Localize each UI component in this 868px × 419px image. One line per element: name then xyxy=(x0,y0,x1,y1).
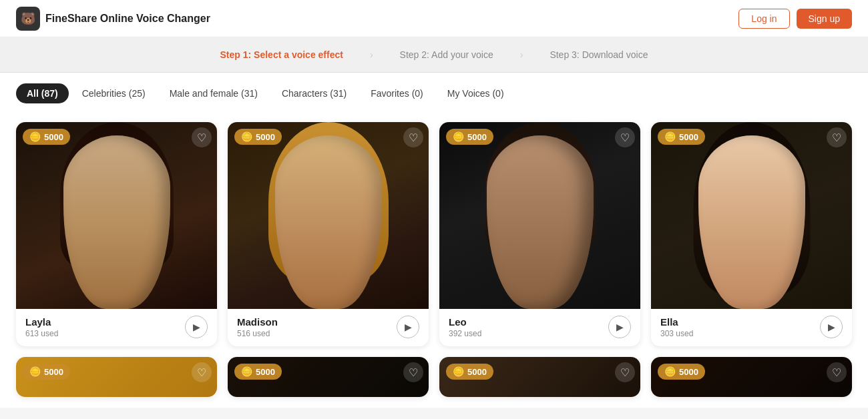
partial-img-3: 🪙 5000 ♡ xyxy=(439,357,640,397)
coin-badge-ella: 🪙 5000 xyxy=(658,129,705,145)
favorite-button-leo[interactable]: ♡ xyxy=(615,127,635,147)
card-image-madison: 🪙 5000 ♡ xyxy=(228,122,429,309)
face-layla xyxy=(63,135,170,309)
partial-card-3: 🪙 5000 ♡ xyxy=(439,357,640,397)
steps-bar: Step 1: Select a voice effect › Step 2: … xyxy=(0,37,868,73)
step-3[interactable]: Step 3: Download voice xyxy=(550,49,648,60)
coin-badge-p2: 🪙 5000 xyxy=(234,364,282,380)
step-divider-1: › xyxy=(370,49,373,60)
play-button-leo[interactable]: ▶ xyxy=(608,316,631,338)
signup-button[interactable]: Sign up xyxy=(797,9,852,29)
logo-area: 🐻 FineShare Online Voice Changer xyxy=(16,7,210,31)
card-name-leo: Leo xyxy=(449,316,481,328)
play-button-ella[interactable]: ▶ xyxy=(820,316,843,338)
face-ella xyxy=(698,135,805,309)
card-info-ella: Ella 303 used ▶ xyxy=(651,309,852,346)
card-name-ella: Ella xyxy=(660,316,693,328)
coin-badge-madison: 🪙 5000 xyxy=(234,129,282,145)
logo-icon: 🐻 xyxy=(16,7,40,31)
coin-icon: 🪙 xyxy=(29,131,41,142)
card-image-leo: 🪙 5000 ♡ xyxy=(439,122,640,309)
voice-cards-grid: 🪙 5000 ♡ Layla 613 used ▶ 🪙 5000 ♡ M xyxy=(0,111,868,357)
card-used-madison: 516 used xyxy=(237,329,278,338)
card-info-leo: Leo 392 used ▶ xyxy=(439,309,640,346)
partial-card-1: 🪙 5000 ♡ xyxy=(16,357,217,397)
favorite-button-p4[interactable]: ♡ xyxy=(827,362,847,382)
tab-favorites[interactable]: Favorites (0) xyxy=(360,83,434,103)
card-text-madison: Madison 516 used xyxy=(237,316,278,338)
coin-badge-layla: 🪙 5000 xyxy=(23,129,70,145)
step-divider-2: › xyxy=(520,49,523,60)
face-leo xyxy=(487,135,594,309)
coin-badge-p3: 🪙 5000 xyxy=(446,364,493,380)
coin-icon: 🪙 xyxy=(453,131,464,142)
coin-badge-leo: 🪙 5000 xyxy=(446,129,493,145)
partial-img-2: 🪙 5000 ♡ xyxy=(228,357,429,397)
card-used-ella: 303 used xyxy=(660,329,693,338)
favorite-button-p1[interactable]: ♡ xyxy=(192,362,212,382)
favorite-button-ella[interactable]: ♡ xyxy=(827,127,847,147)
coin-icon: 🪙 xyxy=(29,366,41,377)
voice-card-layla: 🪙 5000 ♡ Layla 613 used ▶ xyxy=(16,122,217,346)
partial-img-1: 🪙 5000 ♡ xyxy=(16,357,217,397)
tab-all[interactable]: All (87) xyxy=(16,83,69,103)
favorite-button-p3[interactable]: ♡ xyxy=(615,362,635,382)
favorite-button-p2[interactable]: ♡ xyxy=(403,362,423,382)
card-text-layla: Layla 613 used xyxy=(25,316,58,338)
voice-card-madison: 🪙 5000 ♡ Madison 516 used ▶ xyxy=(228,122,429,346)
tab-my-voices[interactable]: My Voices (0) xyxy=(437,83,515,103)
step-1[interactable]: Step 1: Select a voice effect xyxy=(220,49,343,60)
tab-celebrities[interactable]: Celebrities (25) xyxy=(71,83,156,103)
coin-badge-p1: 🪙 5000 xyxy=(23,364,70,380)
partial-img-4: 🪙 5000 ♡ xyxy=(651,357,852,397)
card-image-layla: 🪙 5000 ♡ xyxy=(16,122,217,309)
card-used-leo: 392 used xyxy=(449,329,481,338)
tab-characters[interactable]: Characters (31) xyxy=(271,83,357,103)
partial-card-4: 🪙 5000 ♡ xyxy=(651,357,852,397)
header: 🐻 FineShare Online Voice Changer Log in … xyxy=(0,0,868,37)
tab-male-female[interactable]: Male and female (31) xyxy=(159,83,268,103)
card-text-ella: Ella 303 used xyxy=(660,316,693,338)
card-name-layla: Layla xyxy=(25,316,58,328)
favorite-button-layla[interactable]: ♡ xyxy=(192,127,212,147)
face-madison xyxy=(275,135,382,309)
step-2[interactable]: Step 2: Add your voice xyxy=(400,49,493,60)
voice-card-ella: 🪙 5000 ♡ Ella 303 used ▶ xyxy=(651,122,852,346)
favorite-button-madison[interactable]: ♡ xyxy=(403,127,423,147)
card-text-leo: Leo 392 used xyxy=(449,316,481,338)
coin-icon: 🪙 xyxy=(664,131,676,142)
coin-badge-p4: 🪙 5000 xyxy=(658,364,705,380)
login-button[interactable]: Log in xyxy=(738,9,789,29)
coin-icon: 🪙 xyxy=(453,366,464,377)
app-title: FineShare Online Voice Changer xyxy=(45,13,210,25)
card-info-madison: Madison 516 used ▶ xyxy=(228,309,429,346)
coin-icon: 🪙 xyxy=(241,366,252,377)
play-button-layla[interactable]: ▶ xyxy=(185,316,208,338)
card-used-layla: 613 used xyxy=(25,329,58,338)
partial-card-2: 🪙 5000 ♡ xyxy=(228,357,429,397)
filter-tabs: All (87) Celebrities (25) Male and femal… xyxy=(0,73,868,111)
play-button-madison[interactable]: ▶ xyxy=(397,316,419,338)
header-buttons: Log in Sign up xyxy=(738,9,852,29)
card-info-layla: Layla 613 used ▶ xyxy=(16,309,217,346)
voice-card-leo: 🪙 5000 ♡ Leo 392 used ▶ xyxy=(439,122,640,346)
card-name-madison: Madison xyxy=(237,316,278,328)
partial-cards-grid: 🪙 5000 ♡ 🪙 5000 ♡ 🪙 5000 ♡ 🪙 500 xyxy=(0,357,868,408)
coin-icon: 🪙 xyxy=(664,366,676,377)
card-image-ella: 🪙 5000 ♡ xyxy=(651,122,852,309)
coin-icon: 🪙 xyxy=(241,131,252,142)
